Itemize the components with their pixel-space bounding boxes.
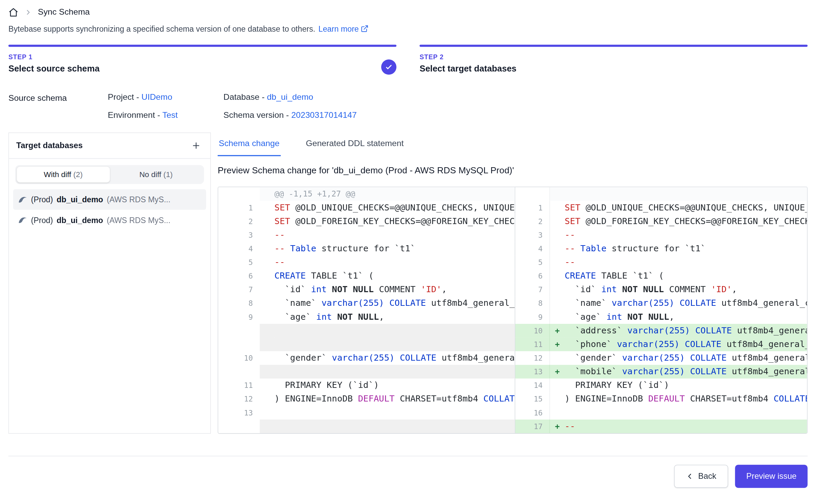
diff-row: 1SET @OLD_UNIQUE_CHECKS=@@UNIQUE_CHECKS,… xyxy=(218,201,807,215)
project-link[interactable]: UIDemo xyxy=(141,93,172,101)
diff-row: 13+ `mobile` varchar(255) COLLATE utf8mb… xyxy=(218,365,807,378)
tab-with-diff-count: (2) xyxy=(73,170,82,179)
step-1-complete-check-icon xyxy=(381,59,396,75)
schema-preview-section: Schema change Generated DDL statement Pr… xyxy=(218,132,807,434)
tab-no-diff[interactable]: No diff (1) xyxy=(110,167,202,182)
target-database-item[interactable]: (Prod) db_ui_demo (AWS RDS MyS... xyxy=(13,189,206,210)
tab-generated-ddl[interactable]: Generated DDL statement xyxy=(305,132,405,156)
db-environment: (Prod) xyxy=(31,195,53,204)
diff-row: 7 `id` int NOT NULL COMMENT 'ID',7 `id` … xyxy=(218,283,807,297)
target-database-item[interactable]: (Prod) db_ui_demo (AWS RDS MyS... xyxy=(13,210,206,230)
preview-issue-button[interactable]: Preview issue xyxy=(735,465,807,488)
db-environment: (Prod) xyxy=(31,216,53,224)
tab-schema-change[interactable]: Schema change xyxy=(218,132,281,156)
db-instance: (AWS RDS MyS... xyxy=(107,216,170,224)
step-1-progress-bar xyxy=(9,45,396,47)
source-database: Database - db_ui_demo xyxy=(223,93,357,102)
mysql-engine-icon xyxy=(17,194,27,204)
diff-hunk-header: @@ -1,15 +1,27 @@ xyxy=(218,187,807,201)
learn-more-label: Learn more xyxy=(318,24,359,33)
step-1-label: STEP 1 xyxy=(9,53,396,61)
step-2-label: STEP 2 xyxy=(420,53,807,61)
diff-row: 1316 xyxy=(218,406,807,420)
source-schema-version: Schema version - 20230317014147 xyxy=(223,110,357,120)
home-icon[interactable] xyxy=(9,7,18,17)
footer-actions: Back Preview issue xyxy=(9,456,808,494)
step-1: STEP 1 Select source schema xyxy=(9,45,396,74)
database-link[interactable]: db_ui_demo xyxy=(267,93,313,101)
diff-row: 5--5-- xyxy=(218,255,807,269)
source-schema-label: Source schema xyxy=(9,93,108,120)
schema-diff-viewer[interactable]: @@ -1,15 +1,27 @@ 1SET @OLD_UNIQUE_CHECK… xyxy=(218,187,807,434)
back-button[interactable]: Back xyxy=(674,465,728,488)
preview-tabs: Schema change Generated DDL statement xyxy=(218,132,807,156)
tab-with-diff[interactable]: With diff (2) xyxy=(17,167,109,182)
diff-row: 9 `age` int NOT NULL,9 `age` int NOT NUL… xyxy=(218,310,807,324)
tab-no-diff-label: No diff xyxy=(139,170,163,179)
mysql-engine-icon xyxy=(17,215,27,225)
chevron-left-icon xyxy=(686,473,694,480)
db-name: db_ui_demo xyxy=(57,216,103,224)
add-target-database-button[interactable] xyxy=(189,139,203,153)
tab-no-diff-count: (1) xyxy=(163,170,173,179)
tab-with-diff-label: With diff xyxy=(44,170,74,179)
step-1-title: Select source schema xyxy=(9,64,396,74)
step-2: STEP 2 Select target databases xyxy=(420,45,807,74)
diff-row: 11+ `phone` varchar(255) COLLATE utf8mb4… xyxy=(218,337,807,351)
diff-row: 11 PRIMARY KEY (`id`)14 PRIMARY KEY (`id… xyxy=(218,379,807,392)
hunk-text: @@ -1,15 +1,27 @@ xyxy=(274,189,355,199)
source-environment: Environment - Test xyxy=(108,110,223,120)
page-title: Sync Schema xyxy=(38,7,90,17)
diff-row: 10 `gender` varchar(255) COLLATE utf8mb4… xyxy=(218,351,807,365)
db-name: db_ui_demo xyxy=(57,195,103,204)
app-window: Sync Schema Bytebase supports synchroniz… xyxy=(0,0,816,504)
step-2-progress-bar xyxy=(420,45,807,47)
diff-row: 3--3-- xyxy=(218,228,807,242)
diff-row: 8 `name` varchar(255) COLLATE utf8mb4_ge… xyxy=(218,297,807,310)
step-indicator: STEP 1 Select source schema STEP 2 Selec… xyxy=(9,45,808,74)
intro-text: Bytebase supports synchronizing a specif… xyxy=(9,24,315,33)
target-database-list: (Prod) db_ui_demo (AWS RDS MyS... (Prod)… xyxy=(9,188,210,232)
environment-link[interactable]: Test xyxy=(162,110,178,119)
source-schema-summary: Source schema Project - UIDemo Database … xyxy=(9,93,808,120)
target-databases-panel: Target databases With diff (2) No diff (… xyxy=(9,132,211,434)
schema-version-link[interactable]: 20230317014147 xyxy=(291,110,357,119)
learn-more-link[interactable]: Learn more xyxy=(318,24,369,33)
preview-title: Preview Schema change for 'db_ui_demo (P… xyxy=(218,166,807,176)
external-link-icon xyxy=(361,25,369,33)
db-instance: (AWS RDS MyS... xyxy=(107,195,170,204)
back-button-label: Back xyxy=(698,472,716,481)
target-databases-title: Target databases xyxy=(16,141,83,151)
breadcrumb: Sync Schema xyxy=(9,5,808,19)
diff-filter-tabs: With diff (2) No diff (1) xyxy=(15,165,204,184)
diff-table: 1SET @OLD_UNIQUE_CHECKS=@@UNIQUE_CHECKS,… xyxy=(218,201,807,433)
diff-row: 10+ `address` varchar(255) COLLATE utf8m… xyxy=(218,324,807,337)
diff-row: 6CREATE TABLE `t1` (6CREATE TABLE `t1` ( xyxy=(218,269,807,283)
diff-row: 17+-- xyxy=(218,420,807,433)
step-2-title: Select target databases xyxy=(420,64,807,74)
source-project: Project - UIDemo xyxy=(108,93,223,102)
diff-row: 4-- Table structure for `t1`4-- Table st… xyxy=(218,242,807,255)
chevron-right-icon xyxy=(25,9,32,15)
diff-row: 12) ENGINE=InnoDB DEFAULT CHARSET=utf8mb… xyxy=(218,392,807,406)
diff-row: 2SET @OLD_FOREIGN_KEY_CHECKS=@@FOREIGN_K… xyxy=(218,215,807,228)
